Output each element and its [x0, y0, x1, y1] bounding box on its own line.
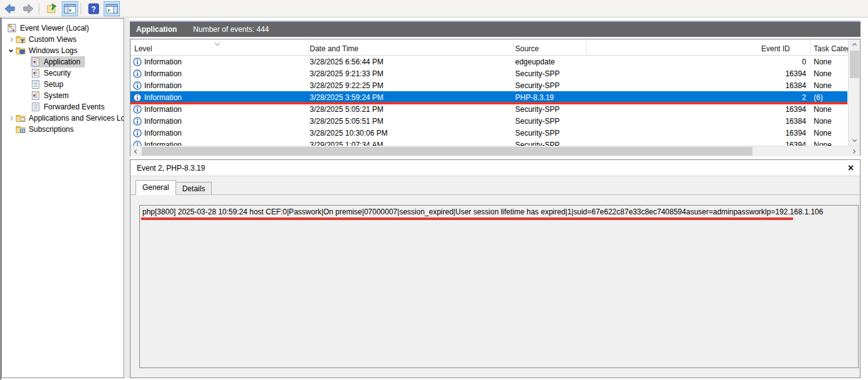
date-cell: 3/28/2025 10:30:06 PM [310, 129, 388, 138]
tree-item-windows-logs[interactable]: Windows Logs [2, 45, 124, 56]
tree-item-security[interactable]: Security [2, 68, 124, 79]
event-row[interactable]: Information 3/28/2025 5:05:51 PM Securit… [131, 115, 847, 127]
event-description-box[interactable]: php[3800] 2025-03-28 10:59:24 host CEF:0… [139, 205, 859, 368]
scroll-left-button[interactable] [131, 146, 141, 156]
column-header-source[interactable]: Source [515, 44, 539, 53]
tab-general[interactable]: General [136, 180, 176, 195]
toggle-action-pane-button[interactable] [104, 1, 120, 16]
help-button[interactable]: ? [86, 1, 102, 16]
level-cell: Information [144, 105, 182, 114]
event-id-cell: 2 [661, 93, 806, 102]
chevron-right-icon [851, 149, 856, 153]
export-button[interactable] [44, 1, 60, 16]
event-viewer-icon [7, 23, 17, 33]
information-icon [133, 81, 142, 90]
export-icon [46, 2, 58, 15]
tree-item-label: Applications and Services Lo [27, 114, 124, 122]
chevron-right-icon[interactable] [6, 113, 16, 123]
toggle-console-tree-button[interactable] [62, 1, 78, 16]
event-id-cell: 16394 [661, 105, 806, 114]
category-cell: None [814, 58, 832, 66]
general-tab-page: php[3800] 2025-03-28 10:59:24 host CEF:0… [131, 194, 860, 378]
information-icon [133, 58, 142, 66]
tree-item-label: Forwarded Events [42, 102, 106, 111]
event-id-cell: 16384 [661, 81, 806, 90]
event-id-cell: 16394 [661, 69, 806, 78]
event-row[interactable]: Information 3/28/2025 9:22:25 PM Securit… [131, 79, 847, 91]
date-cell: 3/28/2025 9:21:33 PM [310, 69, 383, 78]
date-cell: 3/29/2025 1:07:34 AM [310, 141, 383, 146]
event-description-text: php[3800] 2025-03-28 10:59:24 host CEF:0… [142, 208, 823, 216]
events-count-label: Number of events: 444 [193, 25, 269, 34]
source-cell: PHP-8.3.19 [515, 93, 554, 102]
chevron-left-icon [134, 149, 139, 153]
scroll-right-button[interactable] [849, 146, 859, 156]
date-cell: 3/28/2025 5:05:51 PM [310, 117, 383, 126]
close-icon[interactable]: × [848, 161, 854, 175]
event-row[interactable]: Information 3/28/2025 5:05:21 PM Securit… [131, 103, 847, 115]
event-id-cell: 16394 [661, 129, 806, 138]
category-cell: None [814, 141, 832, 146]
information-icon [133, 129, 142, 138]
vertical-scrollbar[interactable] [848, 39, 860, 146]
horizontal-scrollbar[interactable] [131, 146, 860, 156]
date-cell: 3/28/2025 5:05:21 PM [310, 105, 383, 114]
source-cell: Security-SPP [515, 129, 560, 138]
tree-item-setup[interactable]: Setup [2, 79, 124, 90]
console-tree-panel: Event Viewer (Local) Custom Views [1, 18, 124, 378]
event-row[interactable]: Information 3/28/2025 9:21:33 PM Securit… [131, 68, 847, 79]
information-icon [133, 117, 142, 126]
scroll-up-button[interactable] [849, 39, 861, 50]
category-cell: (6) [814, 93, 823, 102]
event-row[interactable]: Information 3/29/2025 1:07:34 AM Securit… [131, 139, 847, 146]
application-log-icon [31, 57, 41, 67]
tree-item-label: Custom Views [27, 35, 78, 44]
forward-button[interactable] [20, 1, 36, 16]
column-separator [308, 41, 309, 54]
red-annotation-line [131, 102, 847, 104]
tree-item-event-viewer-root[interactable]: Event Viewer (Local) [2, 22, 124, 34]
forwarded-events-log-icon [31, 102, 41, 112]
date-cell: 3/28/2025 6:56:44 PM [310, 58, 383, 66]
tab-details[interactable]: Details [176, 182, 212, 195]
tree-item-system[interactable]: System [2, 90, 124, 101]
sort-indicator-icon [215, 41, 220, 46]
event-preview-pane: Event 2, PHP-8.3.19 × General Details ph… [130, 159, 861, 378]
category-cell: None [814, 105, 832, 114]
tree-item-subscriptions[interactable]: Subscriptions [2, 124, 124, 135]
event-row[interactable]: Information 3/28/2025 10:30:06 PM Securi… [131, 127, 847, 139]
system-log-icon [31, 91, 41, 101]
vertical-scroll-thumb[interactable] [850, 51, 859, 78]
column-separator [513, 41, 514, 54]
tree-item-forwarded-events[interactable]: Forwarded Events [2, 101, 124, 112]
event-row[interactable]: Information 3/28/2025 6:56:44 PM edgeupd… [131, 56, 847, 68]
column-header-task-category[interactable]: Task Categ [814, 44, 851, 53]
windows-logs-folder-icon [16, 46, 26, 56]
chevron-up-icon [852, 43, 857, 48]
chevron-down-icon[interactable] [6, 46, 16, 56]
log-title: Application [136, 25, 177, 34]
chevron-right-icon[interactable] [6, 34, 16, 44]
tree-item-label: Setup [42, 80, 65, 89]
log-header-bar: Application Number of events: 444 [130, 21, 861, 37]
back-button[interactable] [2, 1, 18, 16]
column-header-date-time[interactable]: Date and Time [310, 44, 358, 53]
tree-item-applications-and-services[interactable]: Applications and Services Lo [2, 112, 124, 124]
panel-splitter[interactable] [125, 18, 130, 378]
date-cell: 3/28/2025 9:22:25 PM [310, 81, 383, 90]
preview-title-bar: Event 2, PHP-8.3.19 × [131, 160, 860, 176]
column-separator [810, 41, 811, 54]
tree-item-custom-views[interactable]: Custom Views [2, 34, 124, 45]
column-header-event-id[interactable]: Event ID [761, 44, 790, 53]
toolbar-separator [39, 3, 39, 14]
level-cell: Information [144, 129, 182, 138]
event-id-cell: 16394 [661, 141, 806, 146]
red-annotation-line [141, 218, 793, 220]
tree-item-application[interactable]: Application [2, 56, 124, 68]
column-header-level[interactable]: Level [134, 44, 152, 53]
scroll-down-button[interactable] [849, 135, 861, 146]
preview-title: Event 2, PHP-8.3.19 [137, 164, 205, 172]
console-tree-window-icon [64, 3, 76, 14]
horizontal-scroll-thumb[interactable] [142, 147, 752, 156]
back-arrow-icon [4, 2, 16, 15]
